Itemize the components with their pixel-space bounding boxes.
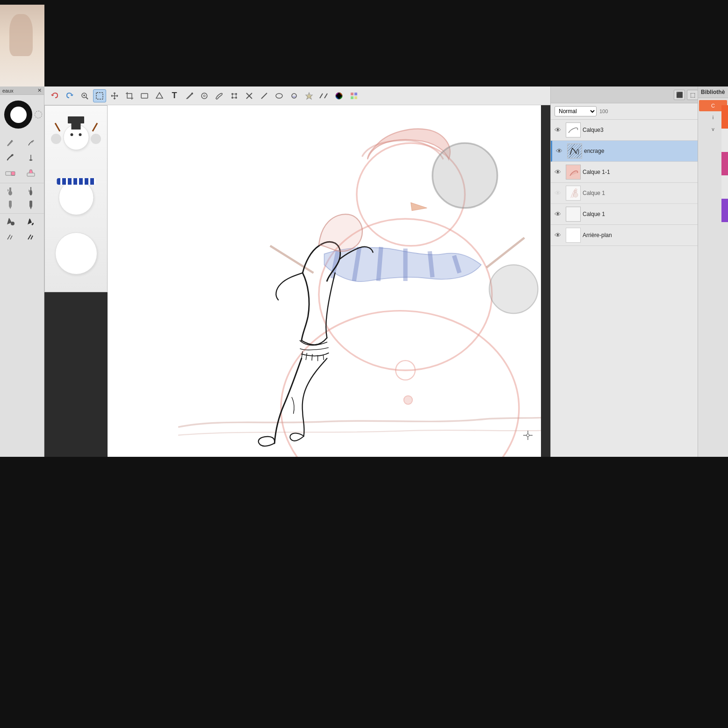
layer-header-btn-1[interactable]: ⬛ [674,90,685,100]
smudge-tool[interactable] [2,229,19,242]
svg-point-56 [11,222,14,225]
svg-rect-29 [354,96,357,99]
shape-tool-2[interactable] [153,89,166,102]
panel-title: eaux ✕ [0,86,44,95]
svg-point-72 [432,143,497,208]
eye-icon-arriere-plan[interactable]: 👁 [555,231,564,239]
svg-rect-51 [30,187,31,191]
title-bar [0,0,728,86]
cross-tool[interactable] [243,89,256,102]
pen-tool[interactable] [183,89,196,102]
thumb-calque1-dup [566,186,581,201]
canvas-area[interactable] [108,105,541,457]
text-tool[interactable]: T [168,89,181,102]
blend-mode-select[interactable]: Normal Multiply Screen Overlay [555,106,597,116]
brush-tool[interactable] [213,89,226,102]
brush-preview-inner [10,107,27,123]
thumb-calque1 [566,207,581,222]
svg-point-75 [574,190,577,193]
pencil-tool-2[interactable] [22,136,39,150]
eye-icon-calque1[interactable]: 👁 [555,210,564,218]
svg-rect-27 [354,93,357,95]
crop-tool[interactable] [123,89,136,102]
network-tool[interactable] [228,89,241,102]
eye-icon-calque1-1[interactable]: 👁 [555,168,564,176]
crosshair-cursor [523,431,533,442]
pencil-tool-1[interactable] [2,136,19,150]
redo-button[interactable] [63,89,76,102]
fill-tool[interactable] [2,215,19,228]
panel-close[interactable]: ✕ [37,87,42,94]
color-light[interactable] [721,129,728,152]
move-tool[interactable] [108,89,121,102]
svg-rect-28 [351,96,353,99]
airbrush-tool-2[interactable] [22,184,39,197]
svg-point-7 [191,93,193,94]
brush-tool-1[interactable] [2,151,19,165]
svg-rect-26 [351,93,353,95]
eraser-tool-2[interactable] [22,166,39,180]
eye-icon-calque1-dup[interactable]: 👁 [555,189,564,197]
svg-rect-5 [141,94,148,98]
layer-header-btn-2[interactable]: ⬚ [687,90,698,100]
half-circle-tool[interactable] [288,89,301,102]
svg-point-61 [281,311,519,457]
app: T [0,0,728,728]
eye-icon-encrage[interactable]: 👁 [556,147,565,155]
svg-point-13 [235,97,237,99]
svg-marker-55 [30,207,32,209]
biblio-title: Bibliothè [698,86,728,98]
brush-size-circle [35,111,42,118]
eye-icon-calque3[interactable]: 👁 [555,126,564,134]
stamp-tool[interactable] [303,89,316,102]
brush-tool-2[interactable] [22,151,39,165]
marker-tool-1[interactable] [2,198,19,211]
svg-line-57 [7,235,10,239]
svg-rect-44 [6,172,11,175]
fill-tool-2[interactable] [22,215,39,228]
ref-image-content [45,106,107,292]
thumb-calque1-1 [566,165,581,180]
thumb-arriere-plan [566,228,581,243]
marker-tool-2[interactable] [22,198,39,211]
svg-point-21 [276,94,282,98]
svg-point-12 [231,97,233,99]
color-swatch-strip [721,105,728,222]
svg-point-73 [489,265,538,313]
grid-tool[interactable] [347,89,360,102]
color-orange[interactable] [721,105,728,129]
shape-tool-1[interactable] [138,89,151,102]
svg-point-11 [235,93,237,95]
svg-rect-47 [27,173,35,176]
bottom-area [0,457,728,728]
svg-point-65 [404,396,413,404]
thumb-calque3 [566,123,581,137]
eraser-tool[interactable] [2,166,19,180]
select-tool[interactable] [93,89,106,102]
svg-rect-52 [9,201,12,207]
zoom-tool[interactable] [78,89,91,102]
svg-line-59 [28,235,31,239]
color-wheel-tool[interactable] [332,89,346,102]
svg-line-1 [86,97,88,99]
color-light-2[interactable] [721,175,728,199]
airbrush-tool[interactable] [2,184,19,197]
panel-title-text: eaux [2,88,14,94]
smudge-tool-2[interactable] [22,229,39,242]
color-purple[interactable] [721,199,728,222]
svg-line-70 [430,251,432,277]
svg-rect-54 [29,201,32,207]
svg-point-9 [203,95,205,97]
color-pink[interactable] [721,152,728,175]
drawing-canvas [108,105,541,457]
line-tool[interactable] [258,89,271,102]
ellipse-tool[interactable] [273,89,286,102]
lasso-tool[interactable] [198,89,211,102]
undo-button[interactable] [48,89,61,102]
layer-name-arriere-plan: Arrière-plan [583,232,711,238]
brush-pair-tool[interactable] [317,89,331,102]
svg-rect-4 [96,93,103,99]
svg-line-20 [261,93,267,99]
biblio-panel: Bibliothè C i v [698,86,728,457]
reference-image [44,105,108,292]
